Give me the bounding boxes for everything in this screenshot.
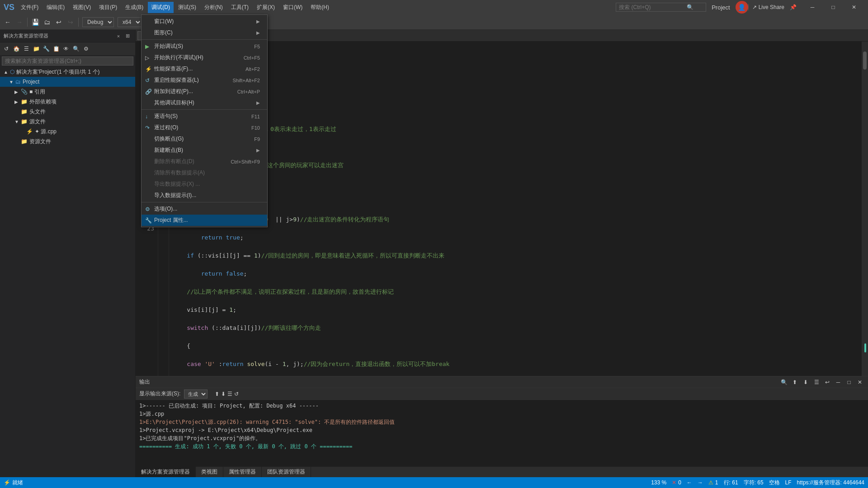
live-share-label: Live Share [759, 4, 784, 10]
minimize-button[interactable]: ─ [802, 0, 823, 14]
menu-item-step-over[interactable]: ↷ 逐过程(O) F10 [142, 122, 267, 133]
forward-button[interactable]: → [14, 16, 25, 28]
code-content[interactable]: using namespace std; //存储迷宫数据 //走出迷宫人数 /… [169, 42, 862, 376]
sidebar-pin-btn[interactable]: × [114, 32, 123, 40]
menu-window[interactable]: 窗口(W) [279, 2, 306, 13]
tree-item-solution[interactable]: ▲ ⬡ 解决方案'Project'(1 个项目/共 1 个) [0, 67, 135, 77]
tree-item-headers[interactable]: 📁 头文件 [0, 107, 135, 117]
tree-item-external-deps[interactable]: ▶ 📁 外部依赖项 [0, 97, 135, 107]
tab-solution-explorer[interactable]: 解决方案资源管理器 [136, 467, 196, 477]
pin-icon[interactable]: 📌 [790, 4, 797, 10]
global-search-box[interactable]: 🔍 [616, 3, 706, 12]
menu-view[interactable]: 视图(V) [69, 2, 94, 13]
save-all-button[interactable]: 🗂 [41, 16, 53, 28]
menu-item-options[interactable]: ⚙ 选项(O)... [142, 203, 267, 215]
menu-item-run-no-debug[interactable]: ▷ 开始执行(不调试)(H) Ctrl+F5 [142, 52, 267, 63]
status-warnings[interactable]: ⚠ 1 [708, 479, 718, 486]
main-layout: 解决方案资源管理器 × ⊞ ↺ 🏠 ☰ 📁 🔧 📋 👁 🔍 ⚙ ▲ ⬡ 解决方案… [0, 30, 868, 477]
menu-analyze[interactable]: 分析(N) [201, 2, 226, 13]
export-datatips-label: 导出数据提示(X) ... [154, 180, 260, 188]
tree-item-sources[interactable]: ▼ 📁 源文件 [0, 117, 135, 127]
menu-item-graphics[interactable]: 图形(C) ▶ [142, 27, 267, 38]
menu-item-step-into[interactable]: ↓ 逐语句(S) F11 [142, 111, 267, 122]
menu-item-restart-profiler[interactable]: ↺ 重启性能探查器(L) Shift+Alt+F2 [142, 75, 267, 86]
tab-team-explorer[interactable]: 团队资源管理器 [262, 467, 311, 477]
menu-file[interactable]: 文件(F) [17, 2, 42, 13]
menu-debug[interactable]: 调试(D) [148, 2, 174, 13]
view-button[interactable]: 👁 [61, 44, 71, 53]
show-all-button[interactable]: 📁 [32, 44, 41, 53]
output-close-btn[interactable]: ✕ [855, 378, 864, 387]
output-tool-1[interactable]: ⬆ [215, 391, 219, 397]
status-errors[interactable]: ✕ 0 [672, 479, 681, 486]
sidebar-toolbar: ↺ 🏠 ☰ 📁 🔧 📋 👁 🔍 ⚙ [0, 42, 135, 55]
menu-project[interactable]: 项目(P) [95, 2, 121, 13]
menu-item-import-datatips[interactable]: 导入数据提示(I)... [142, 190, 267, 201]
output-line-5: 1>已完成生成项目"Project.vcxproj"的操作。 [139, 434, 864, 442]
undo-button[interactable]: ↩ [53, 16, 65, 28]
sidebar-search-container[interactable] [0, 55, 135, 67]
menu-item-attach-process[interactable]: 🔗 附加到进程(P)... Ctrl+Alt+P [142, 86, 267, 97]
output-clear-btn[interactable]: ☰ [812, 378, 821, 387]
sidebar-dock-btn[interactable]: ⊞ [123, 32, 132, 40]
output-source-dropdown[interactable]: 生成 [184, 389, 208, 399]
back-button[interactable]: ← [2, 16, 14, 28]
filter-button[interactable]: ☰ [22, 44, 31, 53]
menu-test[interactable]: 测试(S) [175, 2, 200, 13]
menu-edit[interactable]: 编辑(E) [43, 2, 68, 13]
output-line-2: 1>源.cpp [139, 410, 864, 418]
debug-config-dropdown[interactable]: Debug [82, 17, 114, 27]
refresh-button[interactable]: 🔧 [42, 44, 51, 53]
menu-item-project-properties[interactable]: 🔧 Project 属性... [142, 215, 267, 226]
output-minimize-btn[interactable]: ─ [834, 378, 843, 387]
output-search-icon[interactable]: 🔍 [779, 378, 788, 387]
zoom-label: 133 % [651, 479, 666, 486]
tree-item-resources[interactable]: 📁 资源文件 [0, 136, 135, 146]
status-spaces[interactable]: 空格 [769, 479, 780, 487]
search-side-button[interactable]: 🔍 [71, 44, 80, 53]
output-expand-btn[interactable]: ⬆ [790, 378, 799, 387]
menu-extensions[interactable]: 扩展(X) [253, 2, 278, 13]
scrollbar-thumb[interactable] [863, 52, 867, 70]
menu-item-perf-profiler[interactable]: ⚡ 性能探查器(F)... Alt+F2 [142, 63, 267, 75]
output-wrap-btn[interactable]: ↩ [823, 378, 832, 387]
settings-sidebar-button[interactable]: ⚙ [81, 44, 90, 53]
menu-item-toggle-breakpoint[interactable]: 切换断点(G) F9 [142, 133, 267, 145]
output-content[interactable]: 1>------ 已启动生成: 项目: Project, 配置: Debug x… [136, 400, 868, 466]
options-icon: ⚙ [145, 206, 154, 212]
tab-class-view[interactable]: 类视图 [196, 467, 223, 477]
menu-tools[interactable]: 工具(T) [227, 2, 252, 13]
menu-item-new-breakpoint[interactable]: 新建断点(B) ▶ [142, 145, 267, 156]
platform-dropdown[interactable]: x64 [118, 17, 142, 27]
tree-item-references[interactable]: ▶ 📎 ■ 引用 [0, 87, 135, 97]
status-encoding[interactable]: LF [785, 479, 792, 486]
output-tool-4[interactable]: ↺ [234, 391, 239, 397]
menu-help[interactable]: 帮助(H) [307, 2, 333, 13]
menu-build[interactable]: 生成(B) [122, 2, 147, 13]
status-zoom[interactable]: 133 % [651, 479, 666, 486]
live-share-button[interactable]: ↗ Live Share [748, 4, 788, 10]
output-collapse-btn[interactable]: ⬇ [801, 378, 810, 387]
sync-button[interactable]: ↺ [2, 44, 11, 53]
tree-item-cpp-file[interactable]: ⚡ ✦ 源.cpp [0, 127, 135, 136]
output-maximize-btn[interactable]: □ [844, 378, 854, 387]
tab-property-manager[interactable]: 属性管理器 [223, 467, 262, 477]
output-tool-2[interactable]: ⬇ [221, 391, 226, 397]
save-button[interactable]: 💾 [29, 16, 41, 28]
sidebar-search-input[interactable] [2, 56, 133, 66]
new-solution-button[interactable]: 🏠 [12, 44, 21, 53]
menu-item-other-targets[interactable]: 其他调试目标(H) ▶ [142, 97, 267, 108]
redo-button[interactable]: ↪ [65, 16, 76, 28]
collapse-button[interactable]: 📋 [52, 44, 61, 53]
editor-scrollbar[interactable] [862, 42, 868, 376]
output-tool-3[interactable]: ☰ [227, 391, 232, 397]
close-button[interactable]: ✕ [844, 0, 864, 14]
status-nav-back[interactable]: ← [687, 479, 692, 486]
menu-item-start-debug[interactable]: ▶ 开始调试(S) F5 [142, 41, 267, 52]
status-nav-forward[interactable]: → [698, 479, 703, 486]
step-into-shortcut: F11 [251, 114, 260, 119]
menu-item-windows[interactable]: 窗口(W) ▶ [142, 16, 267, 27]
global-search-input[interactable] [619, 4, 687, 10]
tree-item-project[interactable]: ▼ 🗂 Project [0, 77, 135, 87]
maximize-button[interactable]: □ [823, 0, 844, 14]
